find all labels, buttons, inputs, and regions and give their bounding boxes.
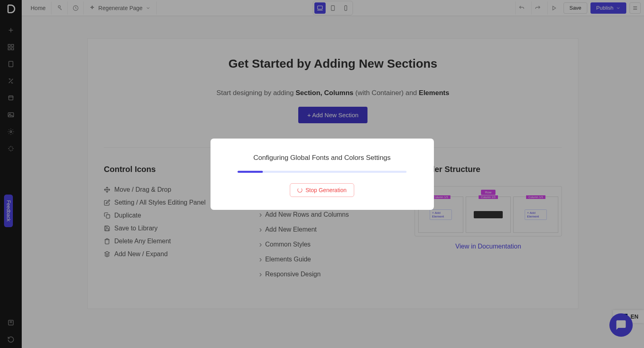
modal-overlay: Configuring Global Fonts and Colors Sett… — [0, 0, 644, 348]
stop-label: Stop Generation — [305, 187, 347, 193]
configuring-settings-modal: Configuring Global Fonts and Colors Sett… — [211, 139, 434, 210]
stop-generation-button[interactable]: Stop Generation — [290, 183, 354, 197]
spinner-icon — [297, 188, 302, 193]
modal-title: Configuring Global Fonts and Colors Sett… — [223, 154, 421, 162]
progress-fill — [237, 171, 263, 173]
progress-bar — [237, 171, 407, 173]
